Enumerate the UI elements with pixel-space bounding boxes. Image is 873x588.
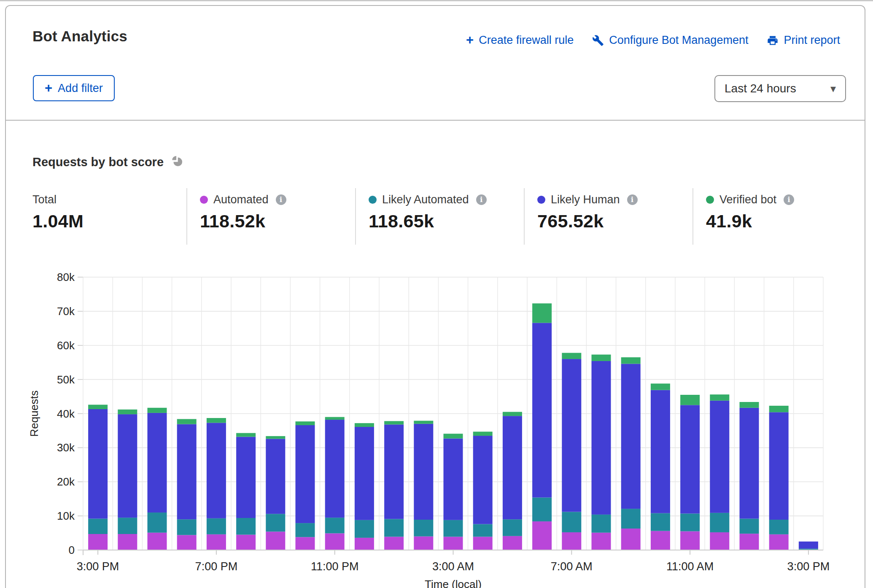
- header-divider: [6, 120, 865, 121]
- requests-by-bot-score-chart[interactable]: 010k20k30k40k50k60k70k80k3:00 PM7:00 PM1…: [6, 259, 866, 588]
- stat-separator: [692, 188, 693, 245]
- svg-text:30k: 30k: [57, 441, 75, 454]
- add-filter-button[interactable]: + Add filter: [33, 75, 115, 101]
- stat-separator: [186, 188, 187, 245]
- stat-automated-label: Automated: [213, 193, 269, 206]
- stat-verified-bot: Verified bot i 41.9k: [706, 193, 794, 232]
- info-icon[interactable]: i: [784, 194, 794, 205]
- stat-separator: [524, 188, 525, 245]
- verified-bot-legend-dot: [706, 196, 714, 204]
- time-range-value: Last 24 hours: [725, 82, 796, 95]
- bot-analytics-card: Bot Analytics + Create firewall rule Con…: [5, 5, 865, 588]
- stat-automated: Automated i 118.52k: [200, 193, 286, 232]
- svg-text:3:00 PM: 3:00 PM: [77, 560, 119, 573]
- stat-likely-automated-label: Likely Automated: [382, 193, 469, 206]
- info-icon[interactable]: i: [627, 194, 638, 205]
- stats-row: Total 1.04M Automated i 118.52k Likely A…: [6, 188, 866, 247]
- stat-likely-automated: Likely Automated i 118.65k: [369, 193, 487, 232]
- section-title: Requests by bot score: [32, 155, 164, 169]
- pie-chart-icon: [170, 154, 184, 170]
- stat-total: Total 1.04M: [32, 193, 84, 232]
- create-firewall-rule-label: Create firewall rule: [479, 34, 574, 47]
- svg-text:Requests: Requests: [28, 391, 40, 437]
- svg-text:11:00 PM: 11:00 PM: [311, 560, 359, 573]
- info-icon[interactable]: i: [276, 194, 286, 205]
- time-range-select[interactable]: Last 24 hours ▾: [714, 75, 846, 102]
- stat-likely-human: Likely Human i 765.52k: [537, 193, 638, 232]
- stat-verified-bot-value: 41.9k: [706, 211, 794, 232]
- plus-icon: +: [45, 81, 52, 94]
- svg-text:3:00 AM: 3:00 AM: [432, 560, 474, 573]
- print-report-link[interactable]: Print report: [767, 34, 840, 47]
- stat-separator: [355, 188, 356, 245]
- svg-text:7:00 PM: 7:00 PM: [195, 560, 238, 573]
- add-filter-label: Add filter: [58, 82, 103, 95]
- svg-text:0: 0: [69, 544, 75, 556]
- configure-bot-management-label: Configure Bot Management: [609, 34, 748, 47]
- plus-icon: +: [466, 33, 474, 46]
- stat-automated-value: 118.52k: [200, 211, 286, 232]
- chevron-down-icon: ▾: [830, 83, 836, 94]
- svg-text:10k: 10k: [57, 510, 75, 522]
- header-actions: + Create firewall rule Configure Bot Man…: [466, 34, 840, 47]
- stat-verified-bot-label: Verified bot: [719, 193, 776, 206]
- wrench-icon: [592, 35, 604, 46]
- svg-text:Time (local): Time (local): [425, 578, 482, 588]
- svg-text:11:00 AM: 11:00 AM: [666, 560, 714, 573]
- likely-automated-legend-dot: [369, 196, 377, 204]
- svg-text:70k: 70k: [57, 305, 75, 318]
- stat-total-value: 1.04M: [32, 211, 84, 232]
- stat-likely-automated-value: 118.65k: [369, 211, 487, 232]
- printer-icon: [767, 35, 779, 46]
- automated-legend-dot: [200, 196, 208, 204]
- print-report-label: Print report: [784, 34, 840, 47]
- stat-total-label: Total: [32, 193, 57, 206]
- svg-text:60k: 60k: [57, 339, 75, 352]
- create-firewall-rule-link[interactable]: + Create firewall rule: [466, 34, 574, 47]
- info-icon[interactable]: i: [476, 194, 487, 205]
- svg-text:20k: 20k: [57, 475, 75, 488]
- svg-text:7:00 AM: 7:00 AM: [551, 560, 593, 573]
- page-top-border: [0, 0, 873, 1]
- svg-text:3:00 PM: 3:00 PM: [787, 560, 830, 573]
- stat-likely-human-value: 765.52k: [537, 211, 638, 232]
- likely-human-legend-dot: [537, 196, 545, 204]
- stat-likely-human-label: Likely Human: [551, 193, 620, 206]
- svg-text:40k: 40k: [57, 407, 75, 420]
- page-title: Bot Analytics: [32, 28, 127, 45]
- configure-bot-management-link[interactable]: Configure Bot Management: [592, 34, 748, 47]
- svg-text:50k: 50k: [57, 373, 75, 386]
- svg-text:80k: 80k: [57, 271, 75, 283]
- requests-chart-container: 010k20k30k40k50k60k70k80k3:00 PM7:00 PM1…: [6, 259, 866, 588]
